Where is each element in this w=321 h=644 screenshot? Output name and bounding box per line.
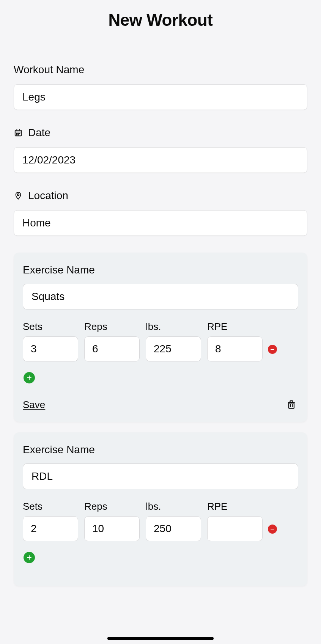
exercise-card: Exercise Name Sets Reps lbs. RPE [14,432,307,586]
rpe-label: RPE [207,321,263,333]
svg-rect-13 [289,403,294,408]
lbs-label: lbs. [146,321,201,333]
add-set-button[interactable] [24,372,35,383]
svg-point-7 [16,135,17,135]
reps-input[interactable] [84,336,140,361]
home-indicator[interactable] [107,637,214,640]
location-label: Location [28,190,68,202]
page-title: New Workout [14,11,307,30]
reps-input[interactable] [84,516,140,541]
date-input[interactable] [14,147,307,173]
reps-label: Reps [84,501,140,512]
exercise-name-input[interactable] [23,284,298,309]
svg-rect-16 [290,401,293,402]
sets-label: Sets [23,321,78,333]
rpe-label: RPE [207,501,263,512]
svg-point-4 [16,133,17,134]
date-group: Date [14,127,307,173]
location-group: Location [14,190,307,236]
svg-point-8 [18,135,19,135]
svg-point-5 [18,133,19,134]
workout-name-input[interactable] [14,84,307,110]
workout-name-label: Workout Name [14,64,84,76]
exercise-name-label: Exercise Name [23,264,298,276]
rpe-input[interactable] [207,516,263,541]
exercise-name-input[interactable] [23,463,298,489]
calendar-icon [14,128,23,137]
delete-exercise-button[interactable] [285,397,298,413]
reps-label: Reps [84,321,140,333]
location-pin-icon [14,191,23,200]
lbs-input[interactable] [146,336,201,361]
workout-name-group: Workout Name [14,64,307,110]
save-button[interactable]: Save [23,399,45,411]
lbs-label: lbs. [146,501,201,512]
date-label: Date [28,127,50,139]
set-row: Sets Reps lbs. RPE [23,501,298,541]
svg-point-9 [17,194,19,196]
remove-set-button[interactable] [268,345,277,354]
add-set-button[interactable] [24,552,35,563]
sets-input[interactable] [23,336,78,361]
exercise-name-label: Exercise Name [23,444,298,456]
rpe-input[interactable] [207,336,263,361]
set-row: Sets Reps lbs. RPE [23,321,298,361]
location-input[interactable] [14,210,307,236]
trash-icon [286,405,297,411]
svg-point-6 [19,133,20,134]
lbs-input[interactable] [146,516,201,541]
exercise-card: Exercise Name Sets Reps lbs. RPE [14,253,307,422]
sets-input[interactable] [23,516,78,541]
sets-label: Sets [23,501,78,512]
remove-set-button[interactable] [268,525,277,534]
